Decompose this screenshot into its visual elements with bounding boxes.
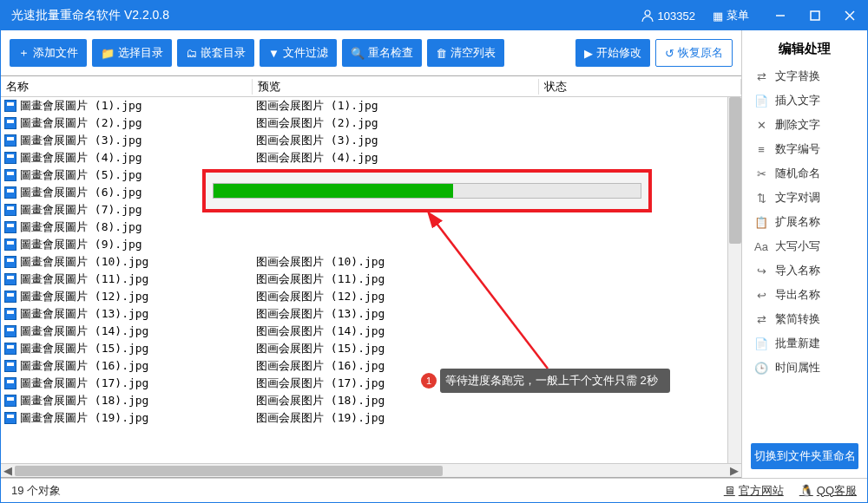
nested-dir-button[interactable]: 🗂嵌套目录 [177,39,254,67]
titlebar: 光速批量重命名软件 V2.2.0.8 103352 ▦ 菜单 [1,1,867,30]
plus-icon: ＋ [18,45,30,61]
file-name: 圖畫會展圖片 (16).jpg [20,358,148,374]
add-file-button[interactable]: ＋添加文件 [10,39,87,67]
table-row[interactable]: 圖畫會展圖片 (11).jpg图画会展图片 (11).jpg [1,271,741,288]
app-title: 光速批量重命名软件 V2.2.0.8 [11,8,641,23]
file-icon [4,256,16,268]
restore-name-button[interactable]: ↺恢复原名 [655,39,733,67]
file-filter-button[interactable]: ▼文件过滤 [260,39,337,67]
table-row[interactable]: 圖畫會展圖片 (10).jpg图画会展图片 (10).jpg [1,253,741,271]
file-name: 圖畫會展圖片 (1).jpg [20,98,142,114]
sidebar-item-label: 时间属性 [775,360,820,376]
sidebar-item[interactable]: ✂随机命名 [742,161,867,186]
table-row[interactable]: 圖畫會展圖片 (4).jpg图画会展图片 (4).jpg [1,149,741,167]
horizontal-scrollbar[interactable]: ◀ ▶ [1,463,741,477]
sidebar-title: 编辑处理 [742,37,867,64]
progress-fill [214,184,453,198]
sidebar-item[interactable]: ⇅文字对调 [742,186,867,210]
menu-label: 菜单 [727,8,749,23]
file-name: 圖畫會展圖片 (12).jpg [20,289,148,304]
file-preview: 图画会展图片 (1).jpg [253,98,539,114]
file-name: 圖畫會展圖片 (5).jpg [20,167,142,183]
table-header: 名称 预览 状态 [1,76,741,97]
annotation-text: 等待进度条跑完，一般上千个文件只需 2秒 [445,373,658,389]
minimize-button[interactable] [763,1,798,30]
sidebar-item[interactable]: 📄插入文字 [742,88,867,113]
sidebar-item[interactable]: 📄批量新建 [742,331,867,356]
table-row[interactable]: 圖畫會展圖片 (18).jpg图画会展图片 (18).jpg [1,392,741,409]
sidebar-item-label: 文字对调 [775,190,820,206]
table-body[interactable]: 圖畫會展圖片 (1).jpg图画会展图片 (1).jpg圖畫會展圖片 (2).j… [1,97,741,463]
sidebar-item[interactable]: ↪导入名称 [742,258,867,283]
start-modify-button[interactable]: ▶开始修改 [575,39,650,67]
scrollbar-thumb[interactable] [15,466,443,476]
close-button[interactable] [832,1,867,30]
file-icon [4,395,16,407]
file-icon [4,134,16,147]
sidebar-item-icon: ✕ [754,119,768,132]
toolbar: ＋添加文件 📁选择目录 🗂嵌套目录 ▼文件过滤 🔍重名检查 🗑清空列表 ▶开始修… [1,30,741,75]
column-status[interactable]: 状态 [539,79,741,95]
rename-check-button[interactable]: 🔍重名检查 [342,39,422,67]
sidebar-item-icon: 📄 [754,337,768,350]
file-icon [4,204,16,216]
file-name: 圖畫會展圖片 (9).jpg [20,237,142,252]
column-name[interactable]: 名称 [1,79,253,95]
menu-button[interactable]: ▦ 菜单 [713,8,749,23]
maximize-button[interactable] [798,1,832,30]
sidebar-item-label: 删除文字 [775,117,820,133]
file-icon [4,308,16,320]
sidebar-item[interactable]: Aa大写小写 [742,234,867,258]
filter-icon: ▼ [268,47,279,60]
scroll-right-arrow[interactable]: ▶ [727,464,741,478]
table-row[interactable]: 圖畫會展圖片 (3).jpg图画会展图片 (3).jpg [1,132,741,149]
sidebar-item[interactable]: ⇄繁简转换 [742,307,867,331]
switch-folder-rename-button[interactable]: 切换到文件夹重命名 [751,443,858,469]
user-info[interactable]: 103352 [641,9,695,23]
object-count: 19 个对象 [11,483,61,499]
column-preview[interactable]: 预览 [253,79,539,95]
sidebar-item[interactable]: 📋扩展名称 [742,210,867,234]
sidebar-item[interactable]: 🕒时间属性 [742,356,867,380]
file-preview: 图画会展图片 (11).jpg [253,271,539,287]
sidebar-item-label: 繁简转换 [775,311,820,327]
file-name: 圖畫會展圖片 (11).jpg [20,271,148,287]
sidebar-item[interactable]: ⇄文字替换 [742,64,867,88]
undo-icon: ↺ [665,47,674,60]
sidebar-item-icon: ⇄ [754,313,768,326]
sidebar-item-icon: ↪ [754,265,768,278]
grid-icon: ▦ [713,10,723,23]
sidebar-item-label: 大写小写 [775,238,820,254]
table-row[interactable]: 圖畫會展圖片 (2).jpg图画会展图片 (2).jpg [1,114,741,132]
table-row[interactable]: 圖畫會展圖片 (12).jpg图画会展图片 (12).jpg [1,288,741,305]
scroll-left-arrow[interactable]: ◀ [1,464,15,478]
sidebar-item-icon: 🕒 [754,362,768,375]
table-row[interactable]: 圖畫會展圖片 (9).jpg [1,236,741,253]
qq-support-link[interactable]: 🐧QQ客服 [799,483,857,499]
table-row[interactable]: 圖畫會展圖片 (14).jpg图画会展图片 (14).jpg [1,323,741,340]
scrollbar-thumb[interactable] [729,97,741,244]
file-icon [4,117,16,129]
file-icon [4,412,16,424]
table-row[interactable]: 圖畫會展圖片 (8).jpg [1,219,741,236]
sidebar-item[interactable]: ✕删除文字 [742,113,867,137]
sidebar-item[interactable]: ↩导出名称 [742,283,867,307]
file-name: 圖畫會展圖片 (14).jpg [20,323,148,339]
file-preview: 图画会展图片 (15).jpg [253,341,539,356]
clear-list-button[interactable]: 🗑清空列表 [427,39,504,67]
file-preview: 图画会展图片 (19).jpg [253,410,539,426]
table-row[interactable]: 圖畫會展圖片 (15).jpg图画会展图片 (15).jpg [1,340,741,357]
annotation-callout: 1 等待进度条跑完，一般上千个文件只需 2秒 [440,369,670,393]
official-website-link[interactable]: 🖥官方网站 [724,483,784,499]
file-preview: 图画会展图片 (3).jpg [253,133,539,148]
check-icon: 🔍 [351,47,365,60]
table-row[interactable]: 圖畫會展圖片 (1).jpg图画会展图片 (1).jpg [1,97,741,114]
sidebar-item[interactable]: ≡数字编号 [742,137,867,161]
file-name: 圖畫會展圖片 (6).jpg [20,185,142,200]
table-row[interactable]: 圖畫會展圖片 (19).jpg图画会展图片 (19).jpg [1,409,741,427]
vertical-scrollbar[interactable] [727,97,741,463]
svg-point-0 [645,10,650,16]
sidebar-item-label: 导入名称 [775,263,820,278]
select-dir-button[interactable]: 📁选择目录 [92,39,172,67]
table-row[interactable]: 圖畫會展圖片 (13).jpg图画会展图片 (13).jpg [1,305,741,323]
